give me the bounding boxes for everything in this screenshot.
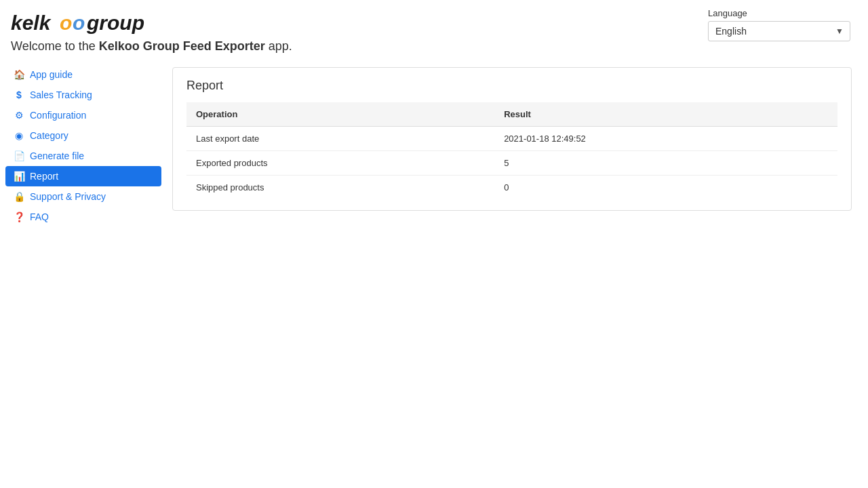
cell-result: 5 (494, 151, 837, 176)
cell-result: 0 (494, 176, 837, 200)
sidebar-label-app-guide: App guide (30, 69, 73, 80)
table-header-row: Operation Result (186, 102, 837, 127)
main-layout: 🏠 App guide $ Sales Tracking ⚙ Configura… (0, 62, 868, 227)
lock-icon: 🔒 (14, 191, 24, 202)
report-container: Report Operation Result Last export date… (172, 67, 852, 211)
logo: kelk o o group (11, 8, 292, 35)
sidebar-item-app-guide[interactable]: 🏠 App guide (5, 64, 161, 85)
cell-operation: Last export date (186, 127, 494, 151)
logo-area: kelk o o group Welcome to the Kelkoo Gro… (11, 8, 292, 54)
sidebar-label-generate-file: Generate file (30, 150, 84, 161)
language-area: Language English French German Spanish I… (708, 8, 857, 41)
language-select[interactable]: English French German Spanish Italian (708, 21, 850, 41)
col-header-operation: Operation (186, 102, 494, 127)
category-icon: ◉ (14, 130, 24, 141)
sidebar-item-configuration[interactable]: ⚙ Configuration (5, 105, 161, 125)
report-table: Operation Result Last export date 2021-0… (186, 102, 837, 199)
sidebar-item-report[interactable]: 📊 Report (5, 166, 161, 186)
sidebar-label-sales-tracking: Sales Tracking (30, 89, 92, 100)
sidebar-item-category[interactable]: ◉ Category (5, 125, 161, 146)
table-row: Skipped products 0 (186, 176, 837, 200)
gear-icon: ⚙ (14, 110, 24, 121)
sidebar-item-sales-tracking[interactable]: $ Sales Tracking (5, 85, 161, 105)
svg-text:group: group (86, 12, 144, 34)
kelkoo-logo: kelk o o group (11, 8, 174, 35)
col-header-result: Result (494, 102, 837, 127)
report-title: Report (186, 79, 837, 93)
welcome-text: Welcome to the Kelkoo Group Feed Exporte… (11, 39, 292, 54)
file-icon: 📄 (14, 150, 24, 161)
sidebar: 🏠 App guide $ Sales Tracking ⚙ Configura… (5, 62, 161, 227)
welcome-prefix: Welcome to the (11, 39, 99, 53)
sidebar-label-faq: FAQ (30, 211, 49, 222)
welcome-suffix: app. (265, 39, 292, 53)
home-icon: 🏠 (14, 69, 24, 80)
question-icon: ❓ (14, 211, 24, 222)
report-icon: 📊 (14, 171, 24, 182)
cell-result: 2021-01-18 12:49:52 (494, 127, 837, 151)
language-label: Language (708, 8, 747, 18)
sidebar-label-support-privacy: Support & Privacy (30, 191, 106, 202)
sidebar-label-report: Report (30, 171, 58, 182)
cell-operation: Exported products (186, 151, 494, 176)
sidebar-item-support-privacy[interactable]: 🔒 Support & Privacy (5, 186, 161, 207)
table-row: Last export date 2021-01-18 12:49:52 (186, 127, 837, 151)
svg-text:kelk: kelk (11, 12, 52, 34)
svg-text:o: o (60, 12, 72, 34)
sidebar-label-configuration: Configuration (30, 110, 86, 121)
svg-text:o: o (73, 12, 85, 34)
sidebar-label-category: Category (30, 130, 68, 141)
sidebar-item-generate-file[interactable]: 📄 Generate file (5, 146, 161, 166)
main-content: Report Operation Result Last export date… (161, 62, 863, 227)
header: kelk o o group Welcome to the Kelkoo Gro… (0, 0, 868, 62)
table-row: Exported products 5 (186, 151, 837, 176)
sidebar-item-faq[interactable]: ❓ FAQ (5, 207, 161, 227)
cell-operation: Skipped products (186, 176, 494, 200)
dollar-icon: $ (14, 89, 24, 100)
welcome-brand: Kelkoo Group Feed Exporter (99, 39, 265, 53)
language-select-wrapper[interactable]: English French German Spanish Italian (708, 21, 850, 41)
